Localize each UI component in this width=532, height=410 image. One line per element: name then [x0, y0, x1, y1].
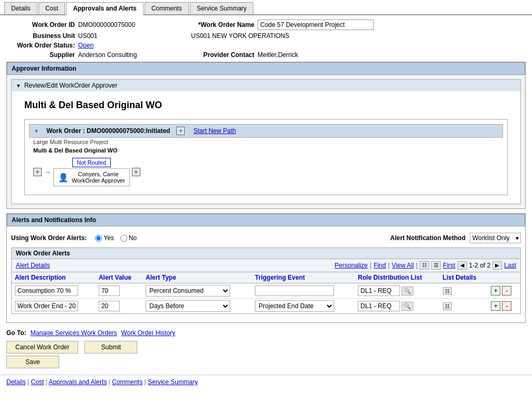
wo-box-subtitle: Large Multi Resource Project [29, 138, 503, 146]
col-actions [488, 272, 520, 283]
goto-label: Go To: [6, 329, 26, 337]
row1-add-button[interactable]: + [491, 286, 500, 295]
routing-add-icon[interactable]: + [33, 168, 42, 176]
routing-row: + → Not Routed 👤 Conyers, Carrie WorkOrd… [33, 158, 499, 186]
row2-alert-value-input[interactable] [99, 301, 120, 311]
row2-role-dist-input[interactable] [358, 301, 400, 311]
routing-area: + → Not Routed 👤 Conyers, Carrie WorkOrd… [29, 156, 503, 190]
tab-service-summary[interactable]: Service Summary [190, 2, 254, 14]
tab-cost[interactable]: Cost [39, 2, 65, 14]
view-all-link[interactable]: View All [392, 262, 414, 269]
row1-alert-type: Percent Consumed Days Before [142, 283, 252, 299]
alert-details-link[interactable]: Alert Details [16, 262, 50, 269]
submit-button[interactable]: Submit [84, 341, 137, 354]
start-new-path-link[interactable]: Start New Path [193, 127, 236, 135]
row1-alert-desc [12, 283, 96, 299]
row2-add-button[interactable]: + [491, 301, 500, 311]
row1-role-dist: 🔍 [355, 283, 440, 299]
tab-approvals-and-alerts[interactable]: Approvals and Alerts [66, 2, 143, 15]
wo-alerts-header: Work Order Alerts [12, 248, 520, 259]
col-role-dist-list: Role Distribution List [355, 272, 440, 283]
wo-box-header: ▼ Work Order : DMO000000075000:Initiated… [29, 124, 503, 138]
radio-no[interactable]: No [120, 234, 137, 242]
using-wo-alerts-label: Using Work Order Alerts: [11, 234, 87, 242]
row2-actions: + - [488, 299, 520, 314]
row2-list-details-button[interactable]: ☷ [443, 302, 452, 310]
not-routed-box: Not Routed [72, 158, 111, 167]
row1-role-dist-input[interactable] [358, 285, 400, 296]
routing-add-after-icon[interactable]: + [132, 168, 140, 176]
bottom-nav-approvals[interactable]: Approvals and Alerts [49, 378, 107, 386]
row1-actions: + - [488, 283, 520, 299]
wo-name-input[interactable] [258, 20, 374, 30]
row1-alert-value [96, 283, 142, 299]
save-button[interactable]: Save [6, 356, 59, 368]
bottom-nav-cost[interactable]: Cost [31, 378, 44, 386]
row2-alert-type-select[interactable]: Percent Consumed Days Before [146, 300, 230, 312]
alert-method-select[interactable]: Worklist Only [470, 233, 521, 243]
radio-yes-label: Yes [103, 234, 114, 242]
provider-contact-value: Meitler,Derrick [258, 51, 298, 59]
bottom-nav-comments[interactable]: Comments [112, 378, 142, 386]
col-triggering-event: Triggering Event [252, 272, 355, 283]
radio-yes-input[interactable] [95, 235, 102, 242]
next-page-icon[interactable]: ▶ [492, 261, 502, 270]
pagination-first[interactable]: First [443, 262, 455, 269]
wo-box-collapse-icon: ▼ [34, 128, 39, 134]
prev-page-icon[interactable]: ◀ [458, 261, 467, 270]
row2-alert-value [96, 299, 142, 314]
col-list-details: List Details [440, 272, 488, 283]
bottom-nav-details[interactable]: Details [6, 378, 26, 386]
wo-box-title: Work Order : DMO000000075000:Initiated [46, 127, 170, 135]
row2-triggering-event-select[interactable]: Projected End Date [255, 300, 334, 312]
list-icon[interactable]: ☰ [431, 261, 441, 270]
find-link[interactable]: Find [374, 262, 386, 269]
row1-list-details-button[interactable]: ☷ [443, 287, 452, 295]
radio-yes[interactable]: Yes [95, 234, 114, 242]
bottom-nav-service-summary[interactable]: Service Summary [148, 378, 198, 386]
row1-del-button[interactable]: - [502, 286, 511, 295]
supplier-value: Anderson Consulting [78, 51, 137, 59]
row1-triggering-event [252, 283, 355, 299]
approver-section-header: Approver Information [7, 62, 525, 75]
row1-list-details: ☷ [440, 283, 488, 299]
wo-id-value: DMO000000075000 [78, 21, 135, 28]
wo-box: ▼ Work Order : DMO000000075000:Initiated… [24, 119, 508, 195]
row2-triggering-event: Projected End Date [252, 299, 355, 314]
bottom-nav: Details | Cost | Approvals and Alerts | … [0, 375, 532, 389]
row1-alert-type-select[interactable]: Percent Consumed Days Before [146, 285, 230, 297]
main-content: Work Order ID DMO000000075000 *Work Orde… [0, 15, 532, 375]
cancel-wo-button[interactable]: Cancel Work Order [6, 341, 78, 354]
table-icon[interactable]: ☷ [420, 261, 429, 270]
row1-search-button[interactable]: 🔍 [402, 287, 413, 295]
row1-alert-desc-input[interactable] [15, 285, 78, 296]
pagination-last[interactable]: Last [504, 262, 516, 269]
expand-plus-icon[interactable]: + [176, 127, 185, 135]
table-row: Percent Consumed Days Before Projected E… [12, 299, 520, 314]
tab-details[interactable]: Details [4, 2, 37, 14]
tab-comments[interactable]: Comments [145, 2, 189, 14]
goto-row: Go To: Manage Services Work Orders Work … [6, 327, 526, 339]
row2-search-button[interactable]: 🔍 [402, 302, 413, 311]
wo-name-label: *Work Order Name [191, 21, 254, 28]
alerts-controls: Alert Details Personalize | Find | View … [12, 259, 520, 272]
wo-status-value[interactable]: Open [78, 42, 93, 49]
approver-inner-header[interactable]: ▼ Review/Edit WorkOrder Approver [12, 80, 520, 91]
row1-alert-value-input[interactable] [99, 285, 120, 296]
secondary-button-row: Save [6, 356, 526, 368]
collapse-icon: ▼ [16, 83, 21, 89]
approver-content: Multi & Del Based Original WO ▼ Work Ord… [12, 91, 520, 204]
wo-status-label: Work Order Status: [6, 42, 75, 49]
row2-alert-desc-input[interactable] [15, 301, 78, 311]
header-section: Work Order ID DMO000000075000 *Work Orde… [6, 20, 526, 59]
manage-services-link[interactable]: Manage Services Work Orders [31, 329, 117, 337]
wo-history-link[interactable]: Work Order History [121, 329, 175, 337]
radio-no-input[interactable] [120, 235, 127, 242]
row2-del-button[interactable]: - [502, 301, 511, 311]
provider-contact-label: Provider Contact [191, 51, 254, 59]
alerts-controls-right: Personalize | Find | View All | ☷ ☰ Firs… [335, 261, 516, 270]
routing-arrow-icon: → [44, 168, 51, 176]
row1-triggering-event-input[interactable] [255, 285, 334, 296]
personalize-link[interactable]: Personalize [335, 262, 368, 269]
alert-method-label: Alert Notification Method [390, 234, 466, 242]
